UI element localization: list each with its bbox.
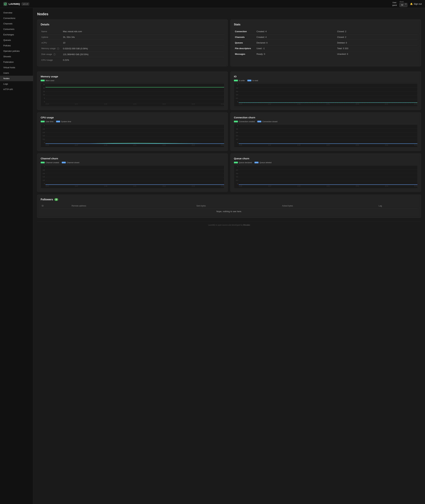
memory-help-icon[interactable]: ? [57, 47, 59, 50]
conn-churn-xaxis-labels: 14:4514:4714:4914:5115:0015:0215:04 [239, 144, 417, 146]
stat-col2: Closed: 2 [336, 34, 418, 40]
signout-button[interactable]: 🔔 Sign out [410, 3, 422, 5]
io-chart: IO Io write Io read 10.80.60.40.20 [230, 72, 421, 110]
legend-color-chan-closed [62, 162, 66, 163]
table-row: Name Mac.viasat.nds.com [41, 29, 224, 34]
legend-color-mem-used [41, 80, 45, 81]
memory-line-svg [46, 83, 224, 103]
logo-icon [3, 2, 7, 6]
sidebar-item-logs[interactable]: Logs [0, 81, 33, 87]
legend-color-chan-created [41, 162, 45, 163]
stat-col1: Ready: 0 [255, 51, 336, 57]
layout: Overview Connections Channels Consumers … [0, 8, 425, 504]
queue-churn-plot [239, 165, 417, 185]
sidebar: Overview Connections Channels Consumers … [0, 8, 33, 504]
sidebar-item-channels[interactable]: Channels [0, 21, 33, 27]
sidebar-item-virtual-hosts[interactable]: Virtual hosts [0, 65, 33, 70]
queue-churn-yaxis: 10.80.60.40.20 [234, 165, 239, 185]
sidebar-item-federation[interactable]: Federation [0, 59, 33, 65]
stat-label: Channels [234, 34, 255, 40]
legend-color-queue-declared [234, 162, 238, 163]
vhost-label: vhost: [399, 1, 407, 3]
connection-churn-title: Connection churn [234, 116, 418, 119]
table-row: vCPU 10 [41, 40, 224, 46]
sidebar-item-users[interactable]: Users [0, 70, 33, 76]
detail-value: 131.369/460 GiB (28.53%) [62, 52, 224, 57]
sidebar-item-shovels[interactable]: Shovels [0, 54, 33, 59]
queue-churn-xaxis: 14:4514:4714:4914:5115:0015:0215:04 [239, 185, 417, 188]
user-label: User: [392, 1, 397, 4]
col-lag: Lag [378, 203, 418, 208]
stat-col1: Used: -1 [255, 46, 336, 51]
cpu-xaxis-labels: 14:4514:4714:4914:5115:0015:0215:04 [46, 144, 224, 146]
header-right: User: guest vhost: All / 🔔 Sign out [392, 1, 422, 7]
io-chart-area: 10.80.60.40.20 [234, 83, 418, 106]
legend-color-user-time [41, 121, 45, 122]
legend-io-write: Io write [234, 80, 245, 81]
cpu-usage-chart: CPU usage User time System time 10.80.60… [37, 113, 228, 151]
sidebar-item-policies[interactable]: Policies [0, 43, 33, 48]
table-row: Disk usage ? 131.369/460 GiB (28.53%) [41, 52, 224, 57]
legend-label-queue-declared: Queue declared [239, 161, 252, 164]
legend-conn-created: Connection created [234, 120, 255, 123]
footer-link[interactable]: 84codes [243, 224, 250, 226]
connection-churn-area: 10.80.60.40.20 [234, 124, 418, 147]
sidebar-item-exchanges[interactable]: Exchanges [0, 32, 33, 37]
stat-col2: Unacked: 0 [336, 51, 418, 57]
io-xaxis-labels: 14:4514:4714:4914:5115:0015:0215:04 [239, 103, 417, 105]
sidebar-item-consumers[interactable]: Consumers [0, 27, 33, 32]
legend-queue-deleted: Queue deleted [254, 161, 272, 164]
legend-label-io-write: Io write [239, 80, 245, 81]
sidebar-item-operator-policies[interactable]: Operator policies [0, 48, 33, 54]
detail-label: Memory usage ? [41, 46, 62, 52]
io-yaxis: 10.80.60.40.20 [234, 83, 239, 103]
legend-color-queue-deleted [254, 162, 259, 163]
followers-empty-message: Nope, nothing to see here. [41, 208, 418, 214]
sidebar-item-queues[interactable]: Queues [0, 37, 33, 43]
cpu-connection-row: CPU usage User time System time 10.80.60… [37, 113, 421, 151]
legend-label-chan-closed: Channel closed [67, 161, 79, 164]
followers-header: Followers 0 [41, 198, 418, 201]
sidebar-item-connections[interactable]: Connections [0, 15, 33, 21]
stats-title: Stats [234, 23, 418, 26]
sidebar-item-http-api[interactable]: HTTP API [0, 87, 33, 92]
legend-system-time: System time [56, 120, 71, 123]
legend-label-system-time: System time [61, 120, 71, 123]
conn-churn-yaxis: 10.80.60.40.20 [234, 124, 239, 144]
io-chart-plot [239, 83, 417, 103]
legend-chan-closed: Channel closed [62, 161, 79, 164]
memory-io-row: Memory usage Mem used 2520151050 [37, 72, 421, 110]
chan-churn-xaxis: 14:4514:4714:4914:5115:0015:0215:04 [46, 185, 224, 188]
sidebar-item-overview[interactable]: Overview [0, 10, 33, 15]
details-table: Name Mac.viasat.nds.com Uptime 3h, 33m 3… [41, 29, 224, 63]
channel-churn-legend: Channel created Channel closed [41, 161, 224, 164]
detail-value: 0.21% [62, 57, 224, 63]
stat-col1: Declared: 0 [255, 40, 336, 46]
cpu-chart-plot [46, 124, 224, 144]
conn-churn-svg [239, 124, 417, 144]
col-remote-address: Remote address [71, 203, 195, 208]
legend-color-io-read [247, 80, 251, 81]
channel-churn-area: 10.80.60.40.20 [41, 165, 224, 188]
channel-churn-chart: Channel churn Channel created Channel cl… [37, 153, 228, 192]
signout-emoji: 🔔 [410, 3, 413, 5]
table-row: File descriptors Used: -1 Total: 5 333 [234, 46, 418, 51]
memory-xaxis-labels: 14:4514:4714:4914:5115:0015:0215:04 [46, 103, 224, 105]
chan-churn-svg [46, 165, 224, 185]
stat-label: Connection [234, 29, 255, 34]
memory-xaxis: 14:4514:4714:4914:5115:0015:0215:04 [46, 103, 224, 106]
followers-title: Followers [41, 198, 53, 201]
header-left: LAVINMQ v2.1.0 [3, 2, 29, 6]
memory-chart-title: Memory usage [41, 75, 224, 78]
table-row: Channels Created: 4 Closed: 2 [234, 34, 418, 40]
sidebar-item-nodes[interactable]: Nodes [0, 76, 33, 81]
details-title: Details [41, 23, 224, 26]
cpu-line-svg [46, 124, 224, 144]
disk-help-icon[interactable]: ? [53, 53, 56, 56]
legend-user-time: User time [41, 120, 53, 123]
legend-color-conn-created [234, 121, 238, 122]
vhost-select[interactable]: All / [399, 3, 407, 7]
chan-churn-xaxis-labels: 14:4514:4714:4914:5115:0015:0215:04 [46, 185, 224, 187]
followers-table-header: ID Remote address Sent bytes Acked bytes… [41, 203, 418, 208]
detail-value: 3h, 33m 34s [62, 34, 224, 40]
